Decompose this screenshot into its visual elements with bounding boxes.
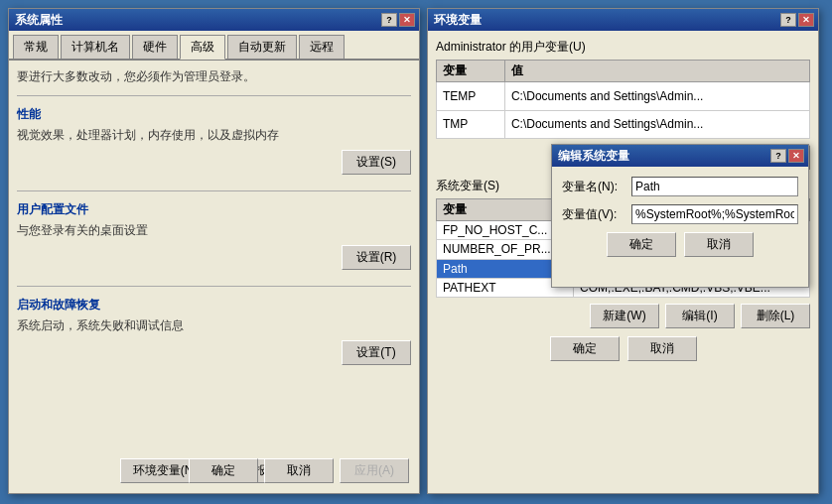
startup-settings-btn[interactable]: 设置(T) bbox=[342, 340, 411, 365]
sys-vars-btns: 新建(W) 编辑(I) 删除(L) bbox=[436, 304, 810, 328]
edit-title-text: 编辑系统变量 bbox=[556, 148, 629, 165]
user-row-2-var: TMP bbox=[437, 110, 505, 139]
sys-title-text: 系统属性 bbox=[13, 12, 63, 29]
edit-title-buttons: ? ✕ bbox=[770, 149, 804, 163]
sys-apply-btn[interactable]: 应用(A) bbox=[340, 458, 409, 483]
tab-advanced[interactable]: 高级 bbox=[180, 35, 225, 60]
user-profiles-desc: 与您登录有关的桌面设置 bbox=[17, 222, 411, 239]
var-name-label: 变量名(N): bbox=[562, 179, 631, 195]
system-properties-window: 系统属性 ? ✕ 常规 计算机名 硬件 高级 自动更新 远程 要进行大多数改动，… bbox=[8, 8, 420, 494]
edit-title-bar: 编辑系统变量 ? ✕ bbox=[552, 145, 808, 167]
tab-autoupdate[interactable]: 自动更新 bbox=[227, 35, 297, 59]
sys-title-bar: 系统属性 ? ✕ bbox=[9, 9, 419, 31]
user-vars-table: 变量 值 TEMP C:\Documents and Settings\Admi… bbox=[436, 60, 810, 139]
sys-title-buttons: ? ✕ bbox=[381, 13, 415, 27]
edit-help-btn[interactable]: ? bbox=[770, 149, 786, 163]
sys-content: 要进行大多数改动，您必须作为管理员登录。 性能 视觉效果，处理器计划，内存使用，… bbox=[9, 61, 419, 389]
user-col-val: 值 bbox=[504, 61, 809, 82]
performance-settings-btn[interactable]: 设置(S) bbox=[342, 150, 411, 175]
startup-section: 启动和故障恢复 系统启动，系统失败和调试信息 设置(T) bbox=[17, 297, 411, 365]
sys-info-text: 要进行大多数改动，您必须作为管理员登录。 bbox=[17, 68, 411, 85]
env-title-bar: 环境变量 ? ✕ bbox=[428, 9, 818, 31]
var-value-row: 变量值(V): bbox=[562, 204, 798, 224]
edit-sys-var-dialog: 编辑系统变量 ? ✕ 变量名(N): 变量值(V): 确定 取消 bbox=[551, 144, 809, 288]
env-title-text: 环境变量 bbox=[432, 12, 482, 29]
startup-desc: 系统启动，系统失败和调试信息 bbox=[17, 317, 411, 334]
var-name-input[interactable] bbox=[631, 177, 798, 196]
sys-help-btn[interactable]: ? bbox=[381, 13, 397, 27]
var-value-input[interactable] bbox=[631, 204, 798, 224]
user-profiles-section: 用户配置文件 与您登录有关的桌面设置 设置(R) bbox=[17, 201, 411, 270]
sys-delete-btn[interactable]: 删除(L) bbox=[741, 304, 810, 328]
var-name-row: 变量名(N): bbox=[562, 177, 798, 196]
sys-edit-btn[interactable]: 编辑(I) bbox=[665, 304, 735, 328]
edit-content: 变量名(N): 变量值(V): 确定 取消 bbox=[552, 167, 808, 267]
sys-close-btn[interactable]: ✕ bbox=[399, 13, 415, 27]
env-title-buttons: ? ✕ bbox=[780, 13, 814, 27]
edit-close-btn[interactable]: ✕ bbox=[788, 149, 804, 163]
user-profiles-settings-btn[interactable]: 设置(R) bbox=[342, 245, 411, 270]
tab-general[interactable]: 常规 bbox=[13, 35, 59, 59]
edit-dialog-btns: 确定 取消 bbox=[562, 232, 798, 257]
env-close-btn[interactable]: ✕ bbox=[798, 13, 814, 27]
tab-computer[interactable]: 计算机名 bbox=[61, 35, 130, 59]
sys-cancel-btn[interactable]: 取消 bbox=[264, 458, 334, 483]
performance-desc: 视觉效果，处理器计划，内存使用，以及虚拟内存 bbox=[17, 127, 411, 144]
var-value-label: 变量值(V): bbox=[562, 206, 631, 223]
env-cancel-btn[interactable]: 取消 bbox=[627, 336, 697, 361]
user-profiles-title: 用户配置文件 bbox=[17, 201, 411, 218]
sys-new-btn[interactable]: 新建(W) bbox=[590, 304, 659, 328]
edit-cancel-btn[interactable]: 取消 bbox=[684, 232, 754, 257]
env-ok-btn[interactable]: 确定 bbox=[550, 336, 620, 361]
performance-section: 性能 视觉效果，处理器计划，内存使用，以及虚拟内存 设置(S) bbox=[17, 106, 411, 175]
user-col-var: 变量 bbox=[437, 61, 505, 82]
env-help-btn[interactable]: ? bbox=[780, 13, 796, 27]
user-row-2-val: C:\Documents and Settings\Admin... bbox=[504, 110, 809, 139]
user-row-1-val: C:\Documents and Settings\Admin... bbox=[504, 82, 809, 111]
startup-title: 启动和故障恢复 bbox=[17, 297, 411, 314]
sys-ok-btn[interactable]: 确定 bbox=[189, 458, 258, 483]
user-row-1[interactable]: TEMP C:\Documents and Settings\Admin... bbox=[437, 82, 810, 111]
tab-remote[interactable]: 远程 bbox=[299, 35, 345, 59]
user-vars-title: Administrator 的用户变量(U) bbox=[436, 39, 810, 56]
user-row-2[interactable]: TMP C:\Documents and Settings\Admin... bbox=[437, 110, 810, 139]
edit-ok-btn[interactable]: 确定 bbox=[607, 232, 676, 257]
tab-hardware[interactable]: 硬件 bbox=[132, 35, 178, 59]
performance-title: 性能 bbox=[17, 106, 411, 123]
sys-tabs: 常规 计算机名 硬件 高级 自动更新 远程 bbox=[9, 31, 419, 61]
user-row-1-var: TEMP bbox=[437, 82, 505, 111]
